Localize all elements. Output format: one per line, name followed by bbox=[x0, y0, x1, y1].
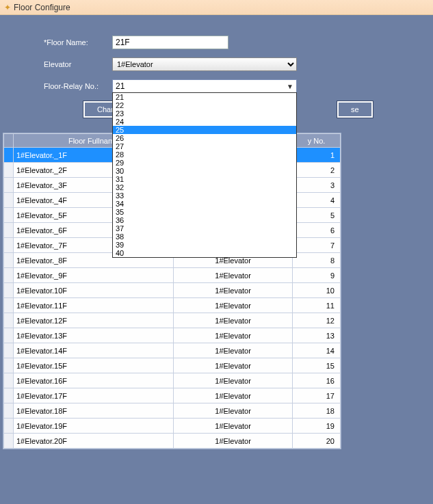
cell-no: 13 bbox=[293, 328, 341, 343]
floor-name-label: *Floor Name: bbox=[44, 38, 112, 47]
relay-option[interactable]: 35 bbox=[113, 208, 296, 216]
cell-fullname: 1#Elevator.15F bbox=[14, 358, 174, 373]
floor-name-input[interactable] bbox=[112, 36, 228, 49]
cell-fullname: 1#Elevator.16F bbox=[14, 373, 174, 388]
table-row[interactable]: 1#Elevator.16F1#Elevator16 bbox=[4, 373, 341, 388]
cell-no: 8 bbox=[293, 253, 341, 268]
relay-option[interactable]: 32 bbox=[113, 183, 296, 191]
dropdown-arrow-icon: ▼ bbox=[284, 83, 296, 90]
relay-option[interactable]: 31 bbox=[113, 175, 296, 183]
relay-option[interactable]: 40 bbox=[113, 249, 296, 257]
window-titlebar: ✦ Floor Configure bbox=[0, 0, 433, 15]
table-row[interactable]: 1#Elevator.13F1#Elevator13 bbox=[4, 328, 341, 343]
form-area: *Floor Name: Elevator 1#Elevator Floor-R… bbox=[0, 15, 433, 130]
row-handle bbox=[4, 313, 14, 328]
table-row[interactable]: 1#Elevator.18F1#Elevator18 bbox=[4, 403, 341, 419]
cell-fullname: 1#Elevator.20F bbox=[14, 434, 174, 449]
cell-fullname: 1#Elevator.12F bbox=[14, 313, 174, 328]
relay-option[interactable]: 28 bbox=[113, 150, 296, 159]
cell-fullname: 1#Elevator.19F bbox=[14, 419, 174, 434]
cell-fullname: 1#Elevator.17F bbox=[14, 388, 174, 403]
relay-option[interactable]: 26 bbox=[113, 134, 296, 142]
cell-no: 20 bbox=[293, 434, 341, 449]
elevator-label: Elevator bbox=[44, 60, 112, 68]
cell-elevator: 1#Elevator bbox=[174, 313, 293, 328]
relay-option[interactable]: 23 bbox=[113, 109, 296, 118]
cell-no: 17 bbox=[293, 388, 341, 403]
cell-elevator: 1#Elevator bbox=[174, 388, 293, 403]
relay-value: 21 bbox=[113, 81, 284, 91]
relay-option[interactable]: 21 bbox=[113, 93, 296, 101]
cell-no: 2 bbox=[293, 163, 341, 178]
relay-option[interactable]: 39 bbox=[113, 241, 296, 249]
relay-option[interactable]: 34 bbox=[113, 200, 296, 208]
relay-option[interactable]: 37 bbox=[113, 224, 296, 233]
relay-option[interactable]: 29 bbox=[113, 159, 296, 167]
row-handle bbox=[4, 388, 14, 403]
app-icon: ✦ bbox=[4, 3, 11, 12]
cell-no: 11 bbox=[293, 298, 341, 313]
table-row[interactable]: 1#Elevator.12F1#Elevator12 bbox=[4, 313, 341, 328]
cell-no: 10 bbox=[293, 283, 341, 298]
cell-no: 12 bbox=[293, 313, 341, 328]
cell-no: 9 bbox=[293, 268, 341, 283]
cell-no: 7 bbox=[293, 238, 341, 253]
cell-elevator: 1#Elevator bbox=[174, 358, 293, 373]
cell-no: 14 bbox=[293, 343, 341, 358]
window-title: Floor Configure bbox=[14, 3, 70, 12]
table-row[interactable]: 1#Elevator.19F1#Elevator19 bbox=[4, 419, 341, 434]
cell-fullname: 1#Elevator.14F bbox=[14, 343, 174, 358]
table-row[interactable]: 1#Elevator.15F1#Elevator15 bbox=[4, 358, 341, 373]
relay-option[interactable]: 27 bbox=[113, 142, 296, 150]
cell-no: 16 bbox=[293, 373, 341, 388]
relay-option[interactable]: 33 bbox=[113, 191, 296, 200]
relay-option[interactable]: 36 bbox=[113, 216, 296, 224]
cell-fullname: 1#Elevator.11F bbox=[14, 298, 174, 313]
cell-no: 4 bbox=[293, 193, 341, 208]
cell-no: 5 bbox=[293, 208, 341, 223]
relay-combobox[interactable]: 21 ▼ 21222324252627282930313233343536373… bbox=[112, 79, 297, 93]
cell-elevator: 1#Elevator bbox=[174, 434, 293, 449]
col-no[interactable]: y No. bbox=[293, 134, 341, 148]
row-handle bbox=[4, 193, 14, 208]
cell-no: 18 bbox=[293, 403, 341, 419]
row-handle bbox=[4, 403, 14, 419]
relay-option[interactable]: 22 bbox=[113, 101, 296, 109]
table-row[interactable]: 1#Elevator._9F1#Elevator9 bbox=[4, 268, 341, 283]
row-handle bbox=[4, 434, 14, 449]
table-row[interactable]: 1#Elevator.14F1#Elevator14 bbox=[4, 343, 341, 358]
relay-option[interactable]: 24 bbox=[113, 118, 296, 126]
relay-dropdown-list[interactable]: 2122232425262728293031323334353637383940 bbox=[112, 92, 297, 258]
cell-no: 6 bbox=[293, 223, 341, 238]
cell-elevator: 1#Elevator bbox=[174, 328, 293, 343]
table-row[interactable]: 1#Elevator.17F1#Elevator17 bbox=[4, 388, 341, 403]
col-rownum bbox=[4, 134, 14, 148]
cell-no: 19 bbox=[293, 419, 341, 434]
relay-label: Floor-Relay No.: bbox=[44, 82, 112, 90]
cell-fullname: 1#Elevator._9F bbox=[14, 268, 174, 283]
cell-fullname: 1#Elevator.13F bbox=[14, 328, 174, 343]
row-handle bbox=[4, 343, 14, 358]
table-row[interactable]: 1#Elevator.20F1#Elevator20 bbox=[4, 434, 341, 449]
row-handle bbox=[4, 358, 14, 373]
close-button[interactable]: se bbox=[337, 101, 373, 118]
elevator-select[interactable]: 1#Elevator bbox=[112, 57, 297, 71]
row-handle bbox=[4, 298, 14, 313]
main-panel: *Floor Name: Elevator 1#Elevator Floor-R… bbox=[0, 15, 433, 504]
cell-elevator: 1#Elevator bbox=[174, 403, 293, 419]
cell-elevator: 1#Elevator bbox=[174, 298, 293, 313]
row-handle bbox=[4, 283, 14, 298]
row-handle bbox=[4, 178, 14, 193]
row-handle bbox=[4, 163, 14, 178]
relay-option[interactable]: 38 bbox=[113, 233, 296, 241]
relay-option[interactable]: 30 bbox=[113, 167, 296, 175]
row-handle bbox=[4, 328, 14, 343]
table-row[interactable]: 1#Elevator.11F1#Elevator11 bbox=[4, 298, 341, 313]
row-handle bbox=[4, 373, 14, 388]
table-row[interactable]: 1#Elevator.10F1#Elevator10 bbox=[4, 283, 341, 298]
cell-elevator: 1#Elevator bbox=[174, 373, 293, 388]
cell-elevator: 1#Elevator bbox=[174, 283, 293, 298]
row-handle bbox=[4, 238, 14, 253]
row-handle bbox=[4, 268, 14, 283]
relay-option[interactable]: 25 bbox=[113, 126, 296, 134]
